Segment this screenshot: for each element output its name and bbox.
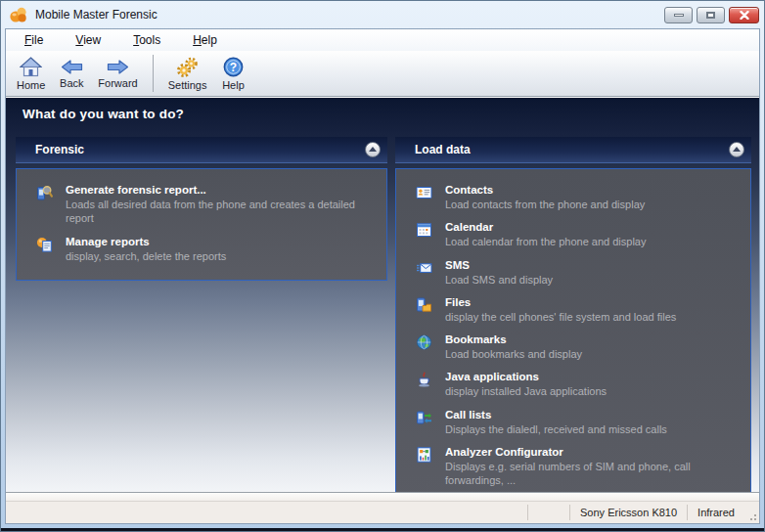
item-text: Calendar Load calendar from the phone an… <box>445 221 739 248</box>
item-title: SMS <box>445 259 739 271</box>
home-button[interactable]: Home <box>10 53 52 94</box>
contacts-icon <box>416 184 432 211</box>
home-label: Home <box>17 79 45 91</box>
main-content: What do you want to do? Forensic <box>6 98 759 492</box>
call-lists-item[interactable]: Call lists Displays the dialedl, receive… <box>416 404 739 441</box>
load-data-panel: Load data <box>395 137 751 506</box>
item-title: Files <box>445 296 739 308</box>
calendar-item[interactable]: Calendar Load calendar from the phone an… <box>416 216 739 253</box>
resize-grip[interactable] <box>744 502 759 523</box>
help-button[interactable]: ? Help <box>213 53 252 94</box>
settings-button[interactable]: Settings <box>161 53 214 94</box>
forward-arrow-icon <box>107 59 129 75</box>
close-icon <box>740 11 749 20</box>
window-title: Mobile Master Forensic <box>35 8 158 22</box>
forensic-panel-body: Generate forensic report... Loads all de… <box>16 168 387 281</box>
sms-icon <box>416 259 432 287</box>
forward-button[interactable]: Forward <box>91 53 144 94</box>
load-data-collapse-button[interactable] <box>729 142 744 157</box>
status-bar: Sony Ericsson K810 Infrared <box>6 502 759 523</box>
load-data-panel-title: Load data <box>415 143 471 156</box>
item-description: Load bookmarks and display <box>445 347 739 361</box>
item-text: Java applications display installed Java… <box>445 371 739 398</box>
load-data-panel-body: Contacts Load contacts from the phone an… <box>395 168 751 506</box>
forensic-collapse-button[interactable] <box>365 142 381 157</box>
status-empty-panel <box>528 502 569 523</box>
back-arrow-icon <box>61 59 83 75</box>
files-icon <box>416 296 432 324</box>
settings-label: Settings <box>168 79 207 91</box>
status-device: Sony Ericsson K810 <box>570 507 687 518</box>
sms-item[interactable]: SMS Load SMS and display <box>416 254 739 291</box>
item-description: Loads all desired data from the phone an… <box>66 198 371 226</box>
app-window: Mobile Master Forensic File View Tools H… <box>0 0 765 532</box>
item-title: Bookmarks <box>445 333 739 345</box>
svg-text:?: ? <box>230 61 237 74</box>
maximize-icon <box>706 12 715 19</box>
item-description: display installed Java applications <box>445 384 739 398</box>
gears-icon <box>176 57 199 77</box>
item-description: Load contacts from the phone and display <box>445 198 739 211</box>
help-label: Help <box>222 79 245 91</box>
generate-forensic-report-icon <box>36 184 53 226</box>
manage-reports-icon <box>36 236 53 263</box>
item-title: Manage reports <box>66 236 375 247</box>
bookmarks-item[interactable]: Bookmarks Load bookmarks and display <box>416 329 739 366</box>
files-item[interactable]: Files display the cell phones' file syst… <box>416 291 739 329</box>
minimize-icon <box>674 14 684 17</box>
menu-tools[interactable]: Tools <box>124 30 169 50</box>
forensic-panel-title: Forensic <box>35 143 84 156</box>
item-text: Generate forensic report... Loads all de… <box>66 184 375 226</box>
menu-file[interactable]: File <box>16 30 52 50</box>
manage-reports-item[interactable]: Manage reports display, search, delete t… <box>36 231 375 268</box>
item-text: Call lists Displays the dialedl, receive… <box>445 409 739 436</box>
load-data-panel-header[interactable]: Load data <box>395 137 751 163</box>
item-title: Calendar <box>445 221 739 233</box>
java-icon <box>416 371 432 398</box>
minimize-button[interactable] <box>664 7 693 23</box>
item-title: Generate forensic report... <box>66 184 375 196</box>
item-description: Displays the dialedl, received and misse… <box>445 422 739 436</box>
item-text: Files display the cell phones' file syst… <box>445 296 739 324</box>
status-connection: Infrared <box>688 507 744 518</box>
analyzer-configurator-item[interactable]: Analyzer Configurator Displays e.g. seri… <box>416 441 739 493</box>
bookmarks-icon <box>416 333 432 361</box>
item-text: Manage reports display, search, delete t… <box>66 236 375 263</box>
chevron-up-icon <box>733 147 741 152</box>
item-text: Contacts Load contacts from the phone an… <box>445 184 739 211</box>
contacts-item[interactable]: Contacts Load contacts from the phone an… <box>416 179 739 216</box>
item-description: display, search, delete the reports <box>66 249 371 263</box>
item-description: Load calendar from the phone and display <box>445 235 739 248</box>
menu-view[interactable]: View <box>67 30 110 50</box>
help-icon: ? <box>223 57 244 77</box>
generate-forensic-report-item[interactable]: Generate forensic report... Loads all de… <box>36 179 375 231</box>
call-lists-icon <box>416 409 432 436</box>
item-description: Load SMS and display <box>445 273 739 287</box>
item-description: display the cell phones' file system and… <box>445 310 739 324</box>
mobile-master-logo-icon[interactable] <box>9 6 28 23</box>
java-applications-item[interactable]: Java applications display installed Java… <box>416 366 739 403</box>
forward-label: Forward <box>98 77 137 89</box>
back-button[interactable]: Back <box>52 53 91 94</box>
client-area: File View Tools Help Home Back <box>5 28 760 524</box>
menu-help[interactable]: Help <box>184 30 226 50</box>
page-title: What do you want to do? <box>6 98 759 121</box>
window-controls <box>664 7 759 23</box>
chevron-up-icon <box>369 147 377 152</box>
forensic-panel-header[interactable]: Forensic <box>16 137 387 163</box>
toolbar-separator <box>153 55 154 92</box>
analyzer-icon <box>416 446 432 488</box>
home-icon <box>20 57 42 77</box>
item-text: Analyzer Configurator Displays e.g. seri… <box>445 446 739 488</box>
close-button[interactable] <box>729 7 759 23</box>
item-title: Analyzer Configurator <box>445 446 739 458</box>
status-divider-strip <box>6 492 759 502</box>
maximize-button[interactable] <box>697 7 725 23</box>
back-label: Back <box>60 77 83 89</box>
titlebar: Mobile Master Forensic <box>1 1 764 28</box>
item-title: Java applications <box>445 371 739 382</box>
item-description: Displays e.g. serial numbers of SIM and … <box>445 460 739 488</box>
item-text: Bookmarks Load bookmarks and display <box>445 333 739 361</box>
item-title: Call lists <box>445 409 739 421</box>
item-text: SMS Load SMS and display <box>445 259 739 287</box>
